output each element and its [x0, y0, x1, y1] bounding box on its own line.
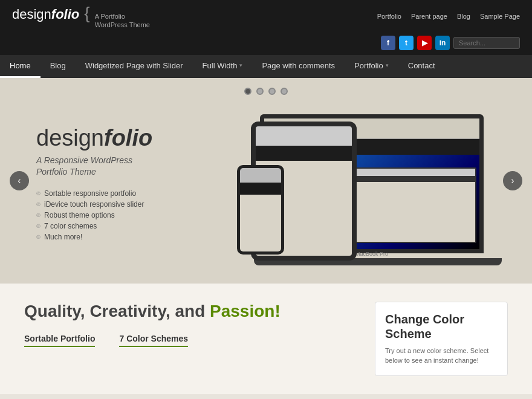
logo: designfolio { A Portfolio WordPress Them… [12, 4, 150, 30]
linkedin-icon[interactable]: in [435, 36, 450, 50]
color-scheme-title: Change ColorScheme [385, 312, 498, 341]
feature-columns: Sortable Portfolio 7 Color Schemes [24, 333, 351, 351]
nav-blog[interactable]: Blog [41, 55, 76, 78]
nav-contact[interactable]: Contact [398, 55, 445, 78]
main-nav: Home Blog Widgetized Page with Slider Fu… [0, 55, 532, 78]
nav-home[interactable]: Home [0, 55, 41, 78]
twitter-icon[interactable]: t [399, 36, 414, 50]
content-columns: Quality, Creativity, and Passion! Sortab… [24, 302, 508, 376]
slider-dots [244, 88, 288, 95]
feature-item: iDevice touch responsive slider [36, 199, 206, 210]
slider-content: designfolio A Responsive WordPressPortfo… [0, 78, 532, 284]
feature-item: Sortable responsive portfolio [36, 188, 206, 199]
youtube-icon[interactable]: ▶ [417, 36, 432, 50]
feature-item: Robust theme options [36, 210, 206, 221]
logo-brace: { [84, 4, 89, 23]
nav-full-width[interactable]: Full Width ▾ [193, 55, 253, 78]
search-input[interactable] [453, 37, 520, 49]
top-nav-parent-page[interactable]: Parent page [411, 13, 447, 20]
slider-features: Sortable responsive portfolio iDevice to… [36, 188, 206, 242]
slider-dot-2[interactable] [256, 88, 264, 95]
logo-text: designfolio [12, 7, 79, 22]
slider-dot-4[interactable] [281, 88, 288, 95]
slider-prev-button[interactable]: ‹ [10, 171, 29, 190]
color-scheme-box: Change ColorScheme Try out a new color s… [375, 302, 508, 376]
top-nav-portfolio[interactable]: Portfolio [377, 13, 401, 20]
feature-item: Much more! [36, 232, 206, 242]
logo-tagline: A Portfolio WordPress Theme [95, 12, 150, 30]
section-title: Quality, Creativity, and Passion! [24, 302, 351, 321]
nav-portfolio[interactable]: Portfolio ▾ [345, 55, 398, 78]
slider-dot-3[interactable] [268, 88, 276, 95]
nav-widgetized[interactable]: Widgetized Page with Slider [76, 55, 193, 78]
macbook-label: MacBook Pro [355, 251, 388, 257]
slider-dot-1[interactable] [244, 88, 251, 95]
top-bar: designfolio { A Portfolio WordPress Them… [0, 0, 532, 33]
phone-mockup [237, 165, 284, 255]
top-nav-blog[interactable]: Blog [457, 13, 470, 20]
feature-title-portfolio: Sortable Portfolio [24, 334, 95, 347]
color-scheme-desc: Try out a new color scheme. Select below… [385, 346, 498, 366]
nav-portfolio-arrow: ▾ [386, 62, 389, 68]
slider-subtitle: A Responsive WordPressPortfolio Theme [36, 155, 206, 178]
nav-full-width-arrow: ▾ [239, 62, 242, 68]
top-nav-links: Portfolio Parent page Blog Sample Page [377, 13, 520, 20]
top-nav-sample-page[interactable]: Sample Page [480, 13, 520, 20]
slider-logo: designfolio [36, 125, 206, 151]
nav-page-comments[interactable]: Page with comments [252, 55, 345, 78]
main-content: Quality, Creativity, and Passion! Sortab… [0, 284, 532, 394]
facebook-icon[interactable]: f [381, 36, 395, 50]
social-row: f t ▶ in [0, 33, 532, 55]
feature-col-portfolio: Sortable Portfolio [24, 333, 95, 351]
devices-area: MacBook Pro [218, 96, 496, 271]
slider: ‹ › designfolio A Responsive WordPressPo… [0, 78, 532, 284]
feature-col-schemes: 7 Color Schemes [119, 333, 188, 351]
feature-title-schemes: 7 Color Schemes [119, 334, 188, 347]
col-left: Quality, Creativity, and Passion! Sortab… [24, 302, 351, 376]
slider-text: designfolio A Responsive WordPressPortfo… [36, 125, 206, 242]
slider-next-button[interactable]: › [503, 171, 522, 190]
col-right: Change ColorScheme Try out a new color s… [375, 302, 508, 376]
section-title-highlight: Passion! [210, 302, 281, 320]
feature-item: 7 color schemes [36, 221, 206, 232]
